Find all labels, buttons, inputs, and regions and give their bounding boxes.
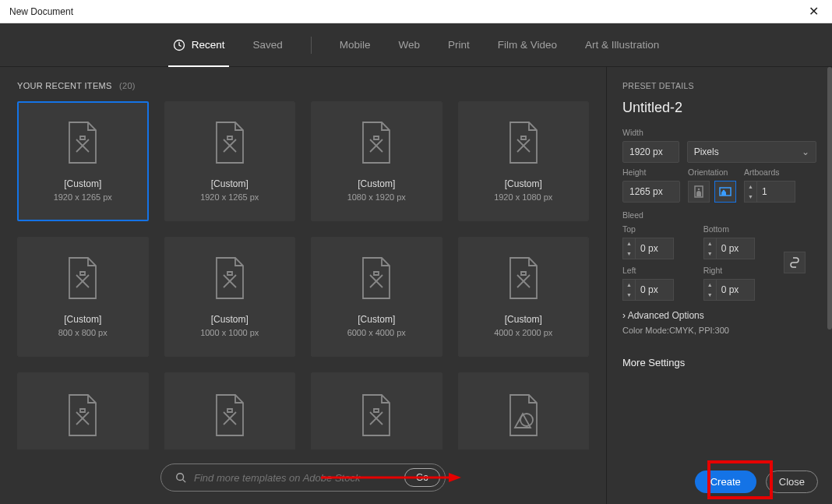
titlebar: New Document ✕ bbox=[0, 0, 832, 23]
preset-card[interactable]: [Custom] 1920 x 1265 px bbox=[164, 101, 296, 221]
bleed-bottom-stepper[interactable]: ▲▼ bbox=[703, 238, 766, 259]
bleed-top-stepper[interactable]: ▲▼ bbox=[622, 238, 685, 259]
presets-panel: YOUR RECENT ITEMS (20) [Custom] 1920 x 1… bbox=[0, 67, 606, 504]
preset-details-panel: PRESET DETAILS Untitled-2 Width 1920 px … bbox=[606, 67, 832, 504]
search-input[interactable] bbox=[194, 472, 397, 484]
go-button[interactable]: Go bbox=[404, 468, 440, 487]
chevron-up-icon[interactable]: ▲ bbox=[745, 182, 756, 192]
recent-items-header: YOUR RECENT ITEMS (20) bbox=[17, 81, 589, 90]
clock-icon bbox=[173, 39, 185, 51]
link-bleed-button[interactable] bbox=[784, 252, 806, 273]
preset-card[interactable]: [Custom] 800 x 800 px bbox=[17, 237, 149, 357]
document-icon bbox=[212, 256, 248, 300]
document-icon bbox=[358, 256, 394, 300]
bleed-bottom-label: Bottom bbox=[703, 224, 766, 234]
height-input[interactable]: 1265 px bbox=[622, 181, 680, 203]
bleed-top-label: Top bbox=[622, 224, 685, 234]
document-icon bbox=[65, 393, 100, 437]
orientation-landscape[interactable] bbox=[714, 181, 736, 203]
chevron-down-icon: ⌄ bbox=[802, 146, 809, 157]
document-icon bbox=[212, 393, 248, 437]
tab-web[interactable]: Web bbox=[398, 23, 420, 67]
unit-select[interactable]: Pixels ⌄ bbox=[687, 141, 816, 163]
create-button[interactable]: Create bbox=[695, 471, 756, 493]
tab-divider bbox=[311, 37, 312, 54]
svg-point-5 bbox=[698, 189, 700, 191]
search-bar: Go bbox=[17, 463, 589, 492]
width-input[interactable]: 1920 px bbox=[622, 141, 679, 163]
tab-recent[interactable]: Recent bbox=[173, 23, 225, 67]
more-settings-button[interactable]: More Settings bbox=[622, 357, 816, 368]
orientation-portrait[interactable] bbox=[688, 181, 710, 203]
bleed-left-stepper[interactable]: ▲▼ bbox=[622, 279, 685, 301]
svg-point-2 bbox=[177, 474, 184, 481]
document-icon bbox=[358, 121, 394, 164]
close-button[interactable]: Close bbox=[766, 471, 818, 493]
tab-recent-label: Recent bbox=[192, 39, 225, 51]
preset-card[interactable]: [Custom] 1920 x 1080 px bbox=[458, 101, 590, 221]
scrollbar[interactable] bbox=[827, 67, 832, 330]
preset-card[interactable] bbox=[311, 372, 442, 449]
preset-card[interactable] bbox=[164, 372, 296, 449]
tab-print[interactable]: Print bbox=[448, 23, 470, 67]
tab-saved[interactable]: Saved bbox=[252, 23, 282, 67]
tab-mobile[interactable]: Mobile bbox=[340, 23, 371, 67]
shape-icon bbox=[506, 393, 541, 437]
width-label: Width bbox=[622, 128, 816, 137]
preset-card[interactable]: [Custom] 1000 x 1000 px bbox=[164, 237, 296, 357]
tab-film[interactable]: Film & Video bbox=[498, 23, 557, 67]
color-mode-info: Color Mode:CMYK, PPI:300 bbox=[622, 326, 816, 335]
height-label: Height bbox=[622, 167, 680, 177]
artboards-label: Artboards bbox=[744, 167, 795, 177]
orientation-label: Orientation bbox=[688, 167, 736, 177]
tab-art[interactable]: Art & Illustration bbox=[585, 23, 659, 67]
document-icon bbox=[506, 121, 541, 164]
preset-card[interactable]: [Custom] 4000 x 2000 px bbox=[458, 237, 590, 357]
search-pill[interactable]: Go bbox=[160, 463, 446, 492]
document-icon bbox=[65, 121, 100, 164]
preset-card[interactable]: [Custom] 1080 x 1920 px bbox=[311, 101, 442, 221]
bleed-left-label: Left bbox=[622, 266, 685, 275]
artboards-input[interactable] bbox=[756, 181, 795, 203]
document-icon bbox=[506, 256, 541, 300]
preset-card[interactable] bbox=[17, 372, 149, 449]
document-name-input[interactable]: Untitled-2 bbox=[622, 100, 816, 117]
chevron-down-icon[interactable]: ▼ bbox=[745, 192, 756, 202]
preset-card[interactable]: [Custom] 1920 x 1265 px bbox=[17, 101, 149, 221]
bleed-right-label: Right bbox=[703, 266, 766, 275]
document-icon bbox=[65, 256, 100, 300]
preset-card[interactable] bbox=[458, 372, 590, 449]
window-title: New Document bbox=[9, 6, 73, 17]
preset-card[interactable]: [Custom] 6000 x 4000 px bbox=[311, 237, 442, 357]
close-icon[interactable]: ✕ bbox=[804, 4, 823, 19]
advanced-options-toggle[interactable]: Advanced Options bbox=[622, 310, 816, 321]
artboards-stepper[interactable]: ▲▼ bbox=[744, 181, 795, 203]
document-icon bbox=[212, 121, 248, 164]
bleed-right-stepper[interactable]: ▲▼ bbox=[703, 279, 766, 301]
search-icon bbox=[175, 472, 186, 483]
details-header: PRESET DETAILS bbox=[622, 81, 816, 90]
link-icon bbox=[790, 257, 799, 268]
category-tabs: Recent Saved Mobile Web Print Film & Vid… bbox=[0, 23, 832, 67]
bleed-label: Bleed bbox=[622, 210, 816, 220]
document-icon bbox=[358, 393, 394, 437]
